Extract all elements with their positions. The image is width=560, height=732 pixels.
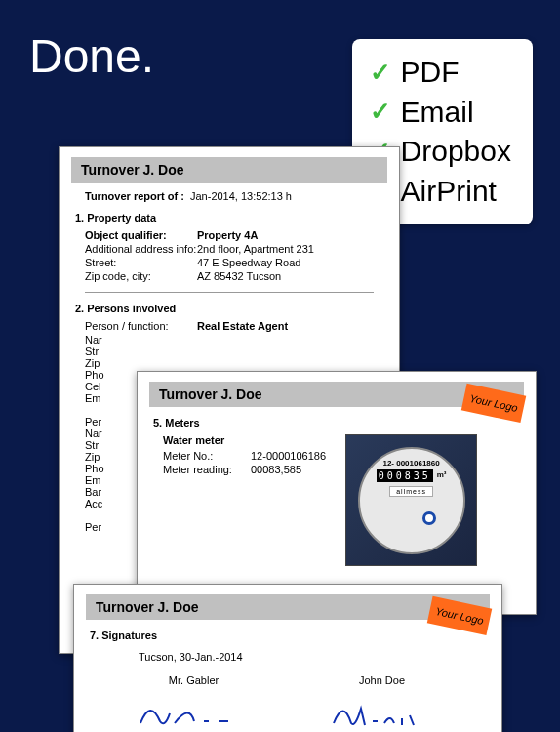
- signature-place-date: Tucson, 30-Jan.-2014: [139, 651, 476, 663]
- signer-name: Mr. Gabler: [121, 674, 267, 686]
- field-label: Additional address info:: [85, 243, 197, 255]
- truncated-text: Str: [85, 346, 374, 357]
- document-page-signatures: Your Logo Turnover J. Doe 7. Signatures …: [73, 584, 502, 732]
- field-value: AZ 85432 Tucson: [197, 270, 281, 282]
- field-value: 12-0000106186: [251, 450, 326, 462]
- field-value: Real Estate Agent: [197, 320, 288, 332]
- feature-label: PDF: [401, 53, 460, 93]
- feature-item: ✓ PDF: [370, 53, 511, 93]
- check-icon: ✓: [370, 95, 391, 129]
- field-value: 2nd floor, Apartment 231: [197, 243, 314, 255]
- meter-dial-icon: [422, 511, 436, 525]
- headline-text: Done.: [29, 29, 154, 83]
- field-label: Meter No.:: [163, 450, 251, 462]
- feature-label: AirPrint: [401, 172, 497, 212]
- field-label: Person / function:: [85, 320, 197, 332]
- check-icon: ✓: [370, 56, 391, 90]
- section-heading: 1. Property data: [75, 212, 374, 224]
- meter-name: Water meter: [163, 434, 326, 446]
- section-heading: 5. Meters: [153, 417, 510, 428]
- field-value: 47 E Speedway Road: [197, 257, 300, 268]
- field-value: Property 4A: [197, 229, 258, 241]
- feature-label: Dropbox: [401, 132, 511, 172]
- truncated-text: Zip: [85, 357, 374, 369]
- feature-label: Email: [401, 93, 474, 133]
- truncated-text: Nar: [85, 334, 374, 346]
- report-label: Turnover report of :: [85, 190, 184, 202]
- meter-unit: m³: [437, 470, 447, 479]
- meter-counter: 000835: [377, 469, 433, 482]
- field-label: Zip code, city:: [85, 270, 197, 282]
- document-page-meters: Your Logo Turnover J. Doe 5. Meters Wate…: [137, 371, 537, 615]
- doc-title: Turnover J. Doe: [71, 157, 387, 183]
- field-label: Object qualifier:: [85, 229, 197, 241]
- meter-brand: allmess: [389, 486, 433, 497]
- signer-name: John Doe: [309, 674, 456, 686]
- field-label: Meter reading:: [163, 464, 251, 475]
- field-label: Street:: [85, 257, 197, 268]
- report-value: Jan-2014, 13:52:13 h: [190, 190, 292, 202]
- section-heading: 7. Signatures: [90, 630, 476, 641]
- meter-photo-serial: 12- 0001061860: [382, 459, 439, 468]
- section-heading: 2. Persons involved: [75, 303, 374, 314]
- signature-icon: [324, 694, 441, 732]
- field-value: 00083,585: [251, 464, 301, 475]
- meter-face: 12- 0001061860 000835 m³ allmess: [358, 447, 465, 554]
- feature-item: ✓ Email: [370, 93, 511, 133]
- signature-icon: [136, 694, 253, 732]
- signature-block: John Doe: [309, 674, 456, 732]
- signature-block: Mr. Gabler: [121, 674, 267, 732]
- meter-photo: 12- 0001061860 000835 m³ allmess: [345, 434, 477, 566]
